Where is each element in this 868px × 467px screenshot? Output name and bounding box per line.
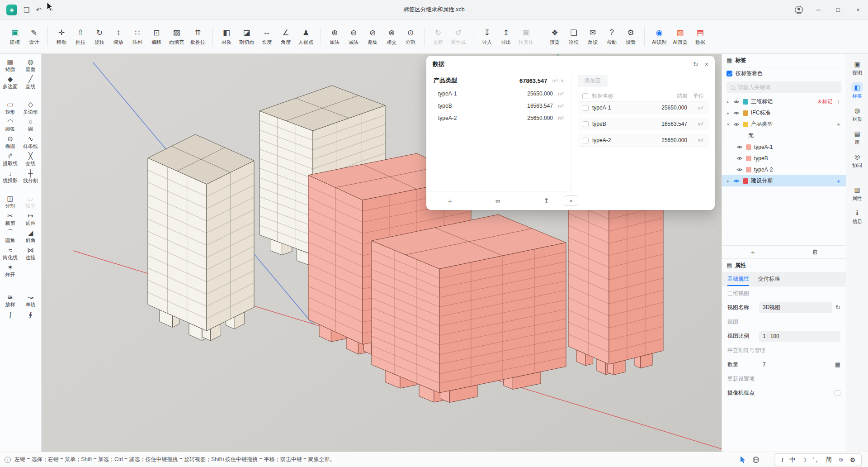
strip-item-view[interactable]: ▣视图 <box>851 59 863 76</box>
camera-viewpoint-checkbox[interactable] <box>835 390 840 396</box>
strip-item-info[interactable]: ℹ信息 <box>851 208 863 225</box>
tool-split-line[interactable]: ┼线分割 <box>20 169 41 184</box>
toolbar-button-import[interactable]: ↧导入 <box>477 26 496 48</box>
delete-tag-button[interactable] <box>784 246 846 258</box>
visibility-eye-icon[interactable] <box>733 178 740 184</box>
ime-item-4[interactable]: 简 <box>826 456 832 464</box>
tool-sweep-a[interactable]: ∫ <box>0 310 20 325</box>
toolbar-button-feedback[interactable]: ✉反馈 <box>583 26 602 48</box>
colorize-row[interactable]: 按标签着色 <box>722 67 846 80</box>
account-icon[interactable] <box>789 5 808 14</box>
toolbar-button-subtract[interactable]: ⊖减法 <box>344 26 363 48</box>
toolbar-button-rotate[interactable]: ↻旋转 <box>90 26 109 48</box>
row-checkbox[interactable] <box>583 121 589 127</box>
copy-icon[interactable]: ❏ <box>24 6 29 14</box>
tag-search[interactable] <box>726 81 841 93</box>
tool-flatten[interactable]: ▱拍平 <box>20 194 41 209</box>
undo-icon[interactable]: ↶ <box>36 6 42 14</box>
data-list-row[interactable]: typeA-225650.000m² <box>578 134 708 147</box>
tool-polygon[interactable]: ◇多边形 <box>20 100 41 115</box>
expand-chevron-icon[interactable]: ▸ <box>726 111 731 115</box>
add-subtag-icon[interactable]: + <box>835 177 842 185</box>
category-value-row[interactable]: typeA-225650.000m² <box>434 112 564 124</box>
toolbar-button-export[interactable]: ↥导出 <box>496 26 515 48</box>
toolbar-button-section-plane[interactable]: ◪剖切面 <box>236 26 257 48</box>
data-list-row[interactable]: typeB16563.547m² <box>578 118 708 130</box>
strip-item-collaboration[interactable]: ◎协同 <box>851 152 863 169</box>
visibility-eye-icon[interactable] <box>736 167 743 173</box>
ime-item-5[interactable]: ☺ <box>838 456 844 463</box>
globe-icon[interactable] <box>752 456 760 463</box>
tool-straight-line[interactable]: ╱直线 <box>20 75 41 90</box>
toolbar-button-data[interactable]: ▤数据 <box>691 26 710 48</box>
toolbar-button-batch-push-pull[interactable]: ⇈批推拉 <box>187 26 208 48</box>
tool-trim[interactable]: ✂裁剪 <box>0 211 20 226</box>
tool-circle[interactable]: ○圆 <box>20 117 41 132</box>
tool-spline[interactable]: ∿样条线 <box>20 134 41 149</box>
toolbar-button-intersect[interactable]: ⊗相交 <box>382 26 401 48</box>
dialog-close-icon[interactable]: × <box>705 61 708 68</box>
ime-item-6[interactable]: ⚙ <box>850 456 855 463</box>
redo-icon[interactable]: ↷ <box>48 6 54 14</box>
tool-extend[interactable]: ↦延伸 <box>20 211 41 226</box>
colorize-checkbox[interactable] <box>726 71 732 76</box>
maximize-button[interactable]: □ <box>828 0 848 20</box>
tag-row-construction-phase[interactable]: ▸建设分期+ <box>722 175 846 186</box>
toolbar-button-settings[interactable]: ⚙设置 <box>621 26 640 48</box>
strip-item-library[interactable]: ▤库 <box>851 129 863 146</box>
dialog-header[interactable]: 数据 ↻ × <box>426 56 715 73</box>
tool-project-line[interactable]: ↓线投影 <box>0 169 20 184</box>
viewport-3d[interactable]: 数据 ↻ × 产品类型 67863.547 m² ∨ typeA-125650.… <box>42 54 722 452</box>
collapse-button[interactable]: « <box>564 195 578 206</box>
visibility-eye-icon[interactable] <box>736 155 743 162</box>
chevron-down-icon[interactable]: ∨ <box>561 78 564 83</box>
tool-extract-line[interactable]: ↱提取线 <box>0 152 20 167</box>
visibility-eye-icon[interactable] <box>733 110 740 116</box>
toolbar-button-ai-recognize[interactable]: ◉AI识别 <box>649 26 670 48</box>
refresh-icon[interactable]: ↻ <box>693 61 698 68</box>
add-subtag-icon[interactable]: + <box>835 98 842 105</box>
toolbar-button-to-solid[interactable]: ▣转实体 <box>515 26 537 48</box>
search-input[interactable] <box>738 84 837 91</box>
expand-chevron-icon[interactable]: ▾ <box>726 122 731 127</box>
tool-rect-face[interactable]: ▦矩面 <box>0 57 20 72</box>
minimize-button[interactable]: ─ <box>808 0 828 20</box>
expand-chevron-icon[interactable]: ▸ <box>726 179 731 183</box>
tool-intersect-line[interactable]: ╳交线 <box>20 152 41 167</box>
visibility-eye-icon[interactable] <box>736 144 743 150</box>
tool-rectangle[interactable]: ▭矩形 <box>0 100 20 115</box>
toolbar-button-regenerate[interactable]: ↺重生成 <box>448 26 469 48</box>
cursor-tool-icon[interactable] <box>740 456 746 463</box>
select-all-checkbox[interactable] <box>582 93 588 99</box>
visibility-eye-icon[interactable] <box>733 121 740 128</box>
close-button[interactable]: × <box>848 0 868 20</box>
tag-row-ifc-standard[interactable]: ▸IFC标准 <box>722 107 846 119</box>
tool-ellipse[interactable]: ⊖椭圆 <box>0 134 20 149</box>
ime-item-2[interactable]: ☽ <box>801 456 807 463</box>
toolbar-button-update[interactable]: ↻更新 <box>429 26 448 48</box>
tool-fillet[interactable]: ⌒圆角 <box>0 229 20 243</box>
toolbar-button-push-pull[interactable]: ⇧推拉 <box>71 26 90 48</box>
tag-row-typeA-2[interactable]: typeA-2 <box>722 164 846 175</box>
category-value-row[interactable]: typeA-125650.000m² <box>434 87 564 100</box>
row-checkbox[interactable] <box>583 138 589 143</box>
tool-circle-face[interactable]: ◍圆面 <box>20 57 41 72</box>
tool-poly-face[interactable]: ◆多边面 <box>0 75 20 90</box>
strip-item-properties[interactable]: ▥属性 <box>851 185 863 202</box>
link-icon[interactable]: ∞ <box>495 197 500 205</box>
data-list-row[interactable]: typeA-125650.000m² <box>578 101 708 114</box>
view-scale-input[interactable]: 1 : 100 <box>759 331 840 342</box>
add-icon[interactable]: + <box>448 197 452 205</box>
toolbar-button-scale[interactable]: ↕缩放 <box>109 26 128 48</box>
tool-loft[interactable]: ≋放样 <box>0 293 20 308</box>
toolbar-button-material[interactable]: ◧材质 <box>217 26 236 48</box>
tag-row-typeB[interactable]: typeB <box>722 152 846 164</box>
toolbar-button-array[interactable]: ∷阵列 <box>128 26 147 48</box>
tool-explode[interactable]: ✶炸开 <box>0 263 20 278</box>
toolbar-button-person-view[interactable]: ♟人视点 <box>295 26 316 48</box>
toolbar-button-design[interactable]: ✎设计 <box>24 26 43 48</box>
tool-simplify-line[interactable]: ≈简化线 <box>0 246 20 261</box>
ime-item-1[interactable]: 中 <box>789 456 796 464</box>
toolbar-button-fill-face[interactable]: ▨面填充 <box>166 26 187 48</box>
ime-item-3[interactable]: '， <box>813 456 820 464</box>
